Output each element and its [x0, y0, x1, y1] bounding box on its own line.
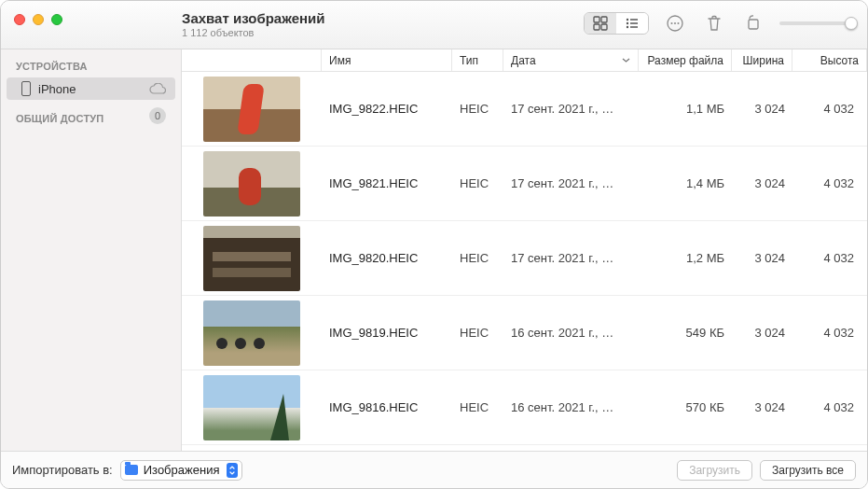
table-row[interactable]: IMG_9816.HEIC HEIC 16 сент. 2021 г., … 5… — [182, 370, 867, 445]
svg-rect-0 — [594, 17, 599, 22]
sidebar-device-label: iPhone — [38, 82, 76, 96]
cell-size: 1,4 МБ — [639, 176, 732, 190]
view-grid-button[interactable] — [585, 13, 616, 34]
ellipsis-circle-icon — [666, 14, 684, 33]
table-header: Имя Тип Дата Размер файла Ширина Высота — [182, 49, 867, 72]
svg-rect-3 — [601, 24, 607, 30]
cell-name: IMG_9816.HEIC — [322, 400, 452, 414]
window-subtitle: 1 112 объектов — [182, 27, 324, 38]
svg-rect-2 — [594, 24, 599, 30]
maximize-button[interactable] — [51, 14, 62, 25]
cell-date: 17 сент. 2021 г., … — [503, 176, 639, 190]
cell-name: IMG_9822.HEIC — [322, 102, 452, 116]
footer: Импортировать в: Изображения Загрузить З… — [1, 451, 867, 488]
svg-point-5 — [627, 22, 628, 24]
sidebar-devices-header: УСТРОЙСТВА — [1, 57, 181, 76]
cell-width: 3 024 — [732, 102, 792, 116]
svg-rect-14 — [749, 20, 758, 29]
cell-name: IMG_9821.HEIC — [322, 176, 452, 190]
more-button[interactable] — [662, 12, 688, 35]
table-row[interactable]: IMG_9820.HEIC HEIC 17 сент. 2021 г., … 1… — [182, 221, 867, 296]
sidebar-shared-header: ОБЩИЙ ДОСТУП — [1, 109, 181, 128]
cell-date: 16 сент. 2021 г., … — [503, 400, 639, 414]
view-switcher — [584, 12, 649, 35]
table-body: IMG_9822.HEIC HEIC 17 сент. 2021 г., … 1… — [182, 72, 867, 451]
toolbar — [584, 12, 854, 35]
svg-point-4 — [627, 19, 628, 21]
download-all-button[interactable]: Загрузить все — [760, 460, 856, 481]
cell-size: 1,1 МБ — [639, 102, 732, 116]
cell-height: 4 032 — [792, 251, 867, 265]
cell-width: 3 024 — [732, 176, 792, 190]
window-controls — [14, 14, 182, 25]
phone-icon — [21, 81, 31, 96]
destination-label: Изображения — [144, 463, 220, 477]
cell-type: HEIC — [452, 176, 503, 190]
close-button[interactable] — [14, 14, 25, 25]
folder-icon — [125, 465, 138, 475]
col-date[interactable]: Дата — [503, 49, 639, 71]
cell-size: 1,2 МБ — [639, 251, 732, 265]
svg-point-11 — [671, 22, 673, 24]
cell-name: IMG_9819.HEIC — [322, 326, 452, 340]
sidebar-item-iphone[interactable]: iPhone — [7, 77, 175, 100]
main-pane: Имя Тип Дата Размер файла Ширина Высота … — [182, 49, 867, 451]
col-height[interactable]: Высота — [792, 49, 867, 71]
col-type[interactable]: Тип — [452, 49, 503, 71]
trash-icon — [706, 14, 723, 33]
delete-button[interactable] — [701, 12, 727, 35]
title-block: Захват изображений 1 112 объектов — [182, 10, 324, 38]
svg-point-13 — [678, 22, 680, 24]
download-button[interactable]: Загрузить — [677, 460, 752, 481]
thumbnail — [203, 226, 300, 291]
thumbnail — [203, 77, 300, 142]
cell-height: 4 032 — [792, 176, 867, 190]
cell-type: HEIC — [452, 102, 503, 116]
cell-type: HEIC — [452, 326, 503, 340]
cell-date: 17 сент. 2021 г., … — [503, 102, 639, 116]
svg-point-6 — [627, 26, 628, 28]
svg-point-12 — [674, 22, 676, 24]
minimize-button[interactable] — [33, 14, 44, 25]
col-name[interactable]: Имя — [322, 49, 452, 71]
import-to-label: Импортировать в: — [12, 463, 113, 477]
cell-height: 4 032 — [792, 102, 867, 116]
thumbnail — [203, 375, 300, 440]
table-row[interactable]: IMG_9821.HEIC HEIC 17 сент. 2021 г., … 1… — [182, 147, 867, 221]
list-icon — [625, 16, 640, 31]
cell-date: 17 сент. 2021 г., … — [503, 251, 639, 265]
cell-date: 16 сент. 2021 г., … — [503, 326, 639, 340]
thumbnail — [203, 151, 300, 217]
window-title: Захват изображений — [182, 10, 324, 26]
cell-width: 3 024 — [732, 251, 792, 265]
updown-icon — [227, 463, 238, 478]
cell-width: 3 024 — [732, 400, 792, 414]
thumbnail — [203, 300, 300, 366]
grid-icon — [593, 16, 608, 31]
zoom-slider[interactable] — [779, 21, 854, 25]
col-date-label: Дата — [511, 54, 536, 67]
cell-height: 4 032 — [792, 400, 867, 414]
zoom-slider-knob[interactable] — [845, 17, 858, 30]
rotate-button[interactable] — [740, 12, 766, 35]
col-size[interactable]: Размер файла — [639, 49, 732, 71]
titlebar: Захват изображений 1 112 объектов — [1, 1, 867, 49]
cell-width: 3 024 — [732, 326, 792, 340]
cell-height: 4 032 — [792, 326, 867, 340]
view-list-button[interactable] — [616, 13, 648, 34]
svg-rect-1 — [601, 17, 607, 22]
rotate-icon — [744, 14, 763, 33]
table-row[interactable]: IMG_9819.HEIC HEIC 16 сент. 2021 г., … 5… — [182, 296, 867, 370]
destination-select[interactable]: Изображения — [120, 460, 243, 481]
cell-name: IMG_9820.HEIC — [322, 251, 452, 265]
cell-type: HEIC — [452, 400, 503, 414]
cell-size: 570 КБ — [639, 400, 732, 414]
cell-size: 549 КБ — [639, 326, 732, 340]
chevron-down-icon — [622, 56, 630, 64]
cloud-icon — [149, 83, 166, 94]
sidebar: УСТРОЙСТВА iPhone ОБЩИЙ ДОСТУП x 0 — [1, 49, 182, 451]
col-width[interactable]: Ширина — [732, 49, 792, 71]
cell-type: HEIC — [452, 251, 503, 265]
table-row[interactable]: IMG_9822.HEIC HEIC 17 сент. 2021 г., … 1… — [182, 72, 867, 147]
